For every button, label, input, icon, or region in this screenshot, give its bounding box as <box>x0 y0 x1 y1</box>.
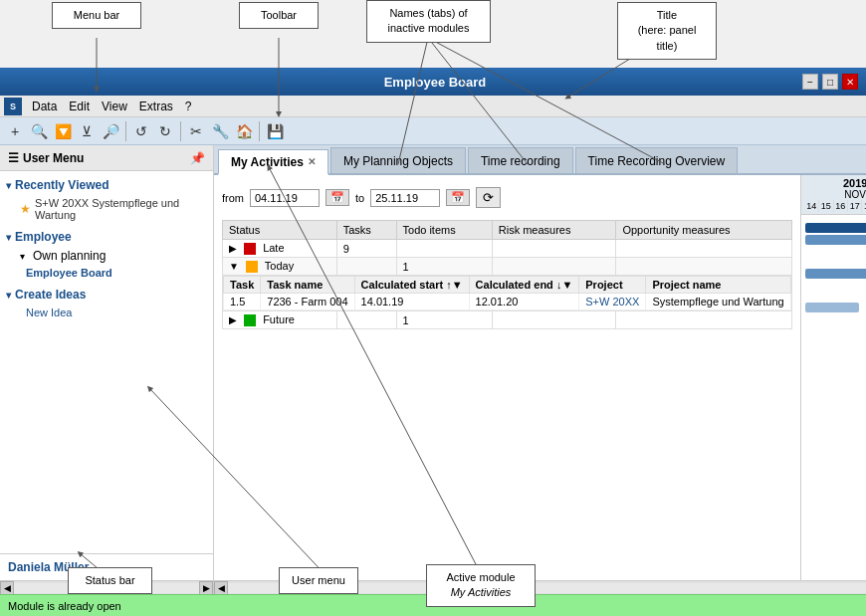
close-button[interactable]: ✕ <box>842 74 858 90</box>
toolbar-add-btn[interactable]: + <box>4 120 26 142</box>
menu-bar-annotation: Menu bar <box>52 2 141 29</box>
refresh-btn[interactable]: ⟳ <box>476 187 501 208</box>
gantt-day-18: 18 <box>862 200 866 212</box>
main-area: ☰ User Menu 📌 ▾ Recently Viewed ★ S+W 20… <box>0 145 866 594</box>
sidebar-create-ideas-header[interactable]: ▾ Create Ideas <box>0 285 213 305</box>
menu-bar: S Data Edit View Extras ? <box>0 96 866 117</box>
sidebar-header: ☰ User Menu 📌 <box>0 145 213 171</box>
active-module-annotation: Active moduleMy Activities <box>426 564 536 607</box>
content-main: from 📅 to 📅 ⟳ Status Tasks <box>214 175 800 580</box>
inactive-tabs-annotation: Names (tabs) ofinactive modules <box>366 0 491 43</box>
toolbar-search-btn[interactable]: 🔍 <box>28 120 50 142</box>
menu-data[interactable]: Data <box>26 98 63 115</box>
table-row-late[interactable]: ▶ Late 9 <box>223 240 792 258</box>
to-calendar-btn[interactable]: 📅 <box>446 189 470 206</box>
late-todo <box>396 240 492 258</box>
from-label: from <box>222 192 244 204</box>
scroll-left-btn[interactable]: ◀ <box>0 581 14 595</box>
toolbar-annotation: Toolbar <box>239 2 319 29</box>
expand-late-btn[interactable]: ▶ <box>229 243 237 254</box>
tabs-bar: My Activities ✕ My Planning Objects Time… <box>214 145 866 175</box>
recently-viewed-label: Recently Viewed <box>15 178 109 192</box>
toolbar-home-btn[interactable]: 🏠 <box>233 120 255 142</box>
today-risk <box>492 258 616 276</box>
window-controls: − □ ✕ <box>802 74 858 90</box>
toolbar-filter-btn[interactable]: 🔽 <box>52 120 74 142</box>
chevron-down-icon-3: ▾ <box>20 251 25 262</box>
gantt-day-16: 16 <box>834 200 848 212</box>
subtable-col-name: Task name <box>261 277 354 294</box>
tab-close-icon[interactable]: ✕ <box>308 156 316 167</box>
sidebar-own-planning[interactable]: ▾ Own planning <box>0 247 213 265</box>
toolbar-cut-btn[interactable]: ✂ <box>185 120 207 142</box>
minimize-button[interactable]: − <box>802 74 818 90</box>
today-tasks <box>336 258 396 276</box>
task-project-link[interactable]: S+W 20XX <box>579 294 646 310</box>
toolbar-tools-btn[interactable]: 🔧 <box>209 120 231 142</box>
tab-time-recording-label: Time recording <box>481 154 560 168</box>
status-bar-annotation: Status bar <box>68 567 152 594</box>
from-calendar-btn[interactable]: 📅 <box>325 189 349 206</box>
menu-edit[interactable]: Edit <box>63 98 96 115</box>
from-date-input[interactable] <box>250 189 320 207</box>
expand-today-btn[interactable]: ▼ <box>229 261 239 272</box>
menu-extras[interactable]: Extras <box>133 98 179 115</box>
toolbar: + 🔍 🔽 ⊻ 🔎 ↺ ↻ ✂ 🔧 🏠 💾 <box>0 117 866 145</box>
status-late-indicator <box>244 243 256 255</box>
app-window: Employee Board − □ ✕ S Data Edit View Ex… <box>0 68 866 616</box>
col-opportunity: Opportunity measures <box>616 221 791 240</box>
tab-my-planning-objects-label: My Planning Objects <box>343 154 453 168</box>
col-status: Status <box>223 221 337 240</box>
sidebar-section-create-ideas: ▾ Create Ideas New Idea <box>0 285 213 320</box>
status-message: Module is already open <box>8 600 121 612</box>
app-logo: S <box>4 98 22 115</box>
toolbar-save-btn[interactable]: 💾 <box>264 120 286 142</box>
future-opportunity <box>616 311 791 329</box>
gantt-panel: 2019 NOV 14 15 16 17 18 19 20 <box>800 175 866 580</box>
tab-time-recording[interactable]: Time recording <box>468 147 573 173</box>
to-date-input[interactable] <box>370 189 440 207</box>
toolbar-undo-btn[interactable]: ↺ <box>130 120 152 142</box>
toolbar-redo-btn[interactable]: ↻ <box>154 120 176 142</box>
sidebar-title: User Menu <box>23 151 84 165</box>
col-tasks: Tasks <box>336 221 396 240</box>
maximize-button[interactable]: □ <box>822 74 838 90</box>
title-bar: Employee Board − □ ✕ <box>0 68 866 96</box>
sidebar-item-recent-1[interactable]: ★ S+W 20XX Systempflege und Wartung <box>0 195 213 223</box>
menu-help[interactable]: ? <box>179 98 198 115</box>
own-planning-label: Own planning <box>33 249 106 263</box>
status-table: Status Tasks Todo items Risk measures Op… <box>222 220 792 329</box>
content-scroll-left-btn[interactable]: ◀ <box>214 581 228 595</box>
toolbar-search2-btn[interactable]: 🔎 <box>100 120 121 142</box>
toolbar-separator-1 <box>125 121 126 141</box>
toolbar-separator-2 <box>180 121 181 141</box>
status-future-indicator <box>244 314 256 326</box>
future-risk <box>492 311 616 329</box>
tab-my-activities-label: My Activities <box>231 155 304 169</box>
table-row-future[interactable]: ▶ Future 1 <box>223 311 792 329</box>
sidebar-content: ▾ Recently Viewed ★ S+W 20XX Systempfleg… <box>0 171 213 553</box>
sidebar-employee-header[interactable]: ▾ Employee <box>0 227 213 247</box>
tab-time-recording-overview[interactable]: Time Recording Overview <box>575 147 739 173</box>
gantt-bars <box>801 223 866 312</box>
subtable-today: Task Task name Calculated start ↑▼ Calcu… <box>223 276 791 310</box>
gantt-days: 14 15 16 17 18 19 20 <box>805 200 866 212</box>
gantt-header: 2019 NOV 14 15 16 17 18 19 20 <box>801 175 866 215</box>
title-annotation: Title(here: panel title) <box>617 2 717 60</box>
gantt-bar-1 <box>805 223 866 233</box>
tab-my-activities[interactable]: My Activities ✕ <box>218 149 328 175</box>
toolbar-funnel-btn[interactable]: ⊻ <box>76 120 98 142</box>
sidebar-employee-board-link[interactable]: Employee Board <box>0 265 213 281</box>
tab-my-planning-objects[interactable]: My Planning Objects <box>330 147 466 173</box>
sidebar-new-idea-link[interactable]: New Idea <box>0 305 213 320</box>
table-row-today[interactable]: ▼ Today 1 <box>223 258 792 276</box>
tab-time-recording-overview-label: Time Recording Overview <box>588 154 726 168</box>
pin-icon[interactable]: 📌 <box>190 151 205 165</box>
subtable-row-1[interactable]: 1.5 7236 - Farm 004 14.01.19 12.01.20 S+… <box>224 294 791 310</box>
menu-view[interactable]: View <box>96 98 133 115</box>
chevron-down-icon: ▾ <box>6 180 11 191</box>
scroll-right-btn[interactable]: ▶ <box>199 581 213 595</box>
sidebar-recently-viewed-header[interactable]: ▾ Recently Viewed <box>0 175 213 195</box>
expand-future-btn[interactable]: ▶ <box>229 314 237 325</box>
today-opportunity <box>616 258 791 276</box>
